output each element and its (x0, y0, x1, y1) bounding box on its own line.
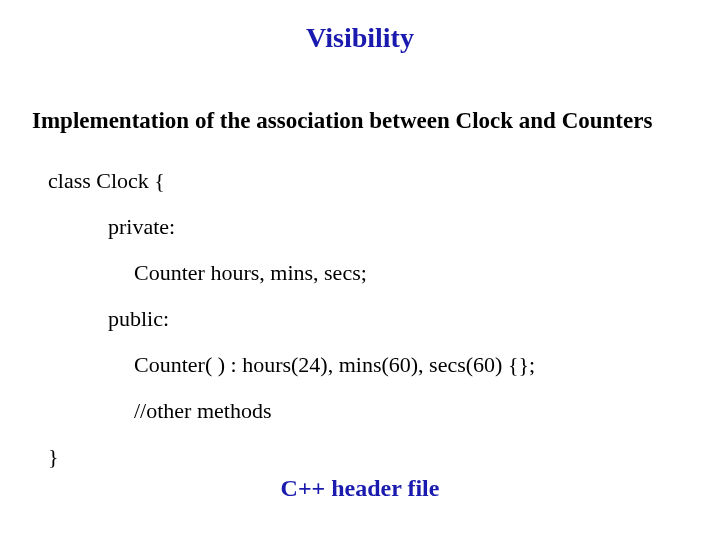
code-block: class Clock { private: Counter hours, mi… (48, 170, 535, 492)
code-line: Counter( ) : hours(24), mins(60), secs(6… (134, 354, 535, 376)
code-line: //other methods (134, 400, 535, 422)
code-line: private: (108, 216, 535, 238)
slide-footer: C++ header file (0, 475, 720, 502)
slide-subtitle: Implementation of the association betwee… (32, 108, 652, 134)
code-line: Counter hours, mins, secs; (134, 262, 535, 284)
code-line: public: (108, 308, 535, 330)
code-line: } (48, 446, 535, 468)
slide: Visibility Implementation of the associa… (0, 0, 720, 540)
code-line: class Clock { (48, 170, 535, 192)
slide-title: Visibility (0, 22, 720, 54)
